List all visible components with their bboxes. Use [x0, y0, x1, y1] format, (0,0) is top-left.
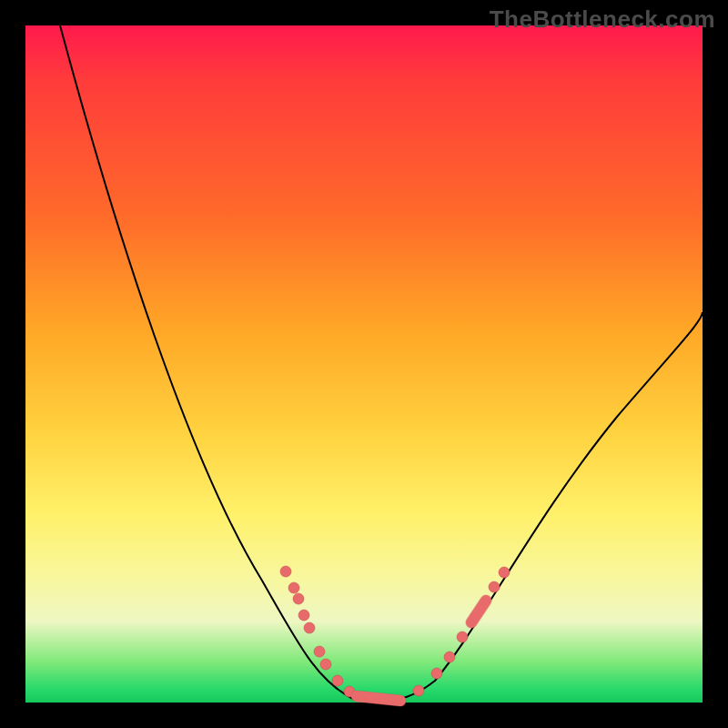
curve-markers	[280, 566, 510, 701]
watermark-text: TheBottleneck.com	[490, 5, 715, 34]
curve-marker	[304, 622, 315, 633]
curve-marker	[314, 646, 325, 657]
curve-marker-oblong	[471, 601, 486, 622]
curve-svg	[25, 25, 703, 703]
curve-marker	[457, 632, 468, 642]
curve-marker	[288, 582, 299, 593]
curve-marker	[413, 685, 424, 696]
curve-marker	[280, 566, 291, 577]
plot-area	[25, 25, 703, 703]
curve-marker	[293, 593, 304, 604]
curve-marker	[444, 652, 455, 662]
curve-marker	[499, 567, 510, 578]
curve-marker	[332, 675, 343, 686]
curve-marker	[298, 610, 309, 621]
chart-frame: TheBottleneck.com	[0, 0, 728, 728]
curve-marker	[431, 668, 442, 679]
bottleneck-curve	[60, 25, 703, 701]
curve-marker-oblong	[357, 696, 400, 701]
curve-marker	[320, 659, 331, 670]
curve-marker	[489, 581, 500, 592]
